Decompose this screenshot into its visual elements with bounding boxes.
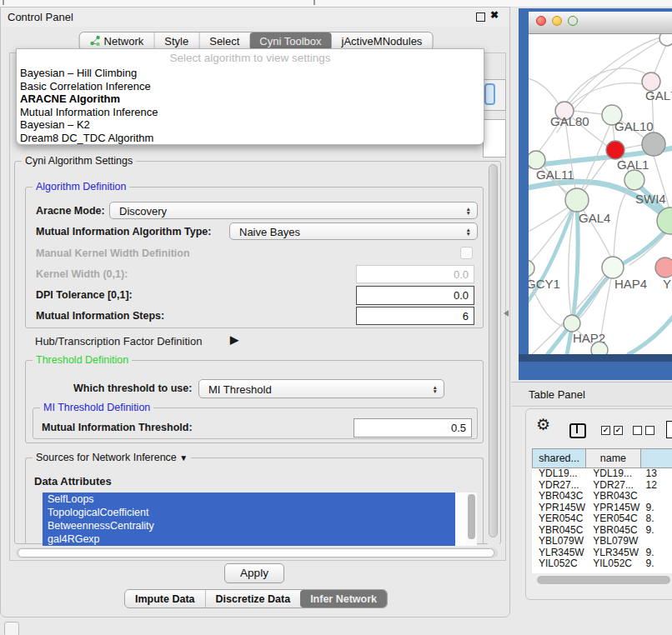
kernel-width-label: Kernel Width (0,1):	[36, 268, 128, 280]
cyni-algorithm-settings-group: Cyni Algorithm Settings Algorithm Defini…	[14, 161, 501, 544]
table-cell: YBL079W	[532, 536, 586, 548]
dropdown-item-bayesian-hill-climbing[interactable]: Bayesian – Hill Climbing	[17, 67, 484, 80]
table-horizontal-scrollbar[interactable]	[534, 575, 672, 585]
table-header-row: shared...name	[532, 448, 672, 468]
scrollbar-thumb[interactable]	[489, 164, 498, 538]
column-header-shared[interactable]: shared...	[532, 448, 586, 468]
attributes-list-scrollbar[interactable]	[466, 492, 477, 546]
apply-button[interactable]: Apply	[224, 563, 284, 583]
bottom-tab-infer-network[interactable]: Infer Network	[300, 590, 387, 608]
deselect-all-checkboxes-icon[interactable]	[633, 426, 654, 435]
network-edge[interactable]	[529, 78, 559, 104]
column-header-clipped[interactable]	[641, 448, 672, 468]
float-window-button[interactable]	[476, 12, 485, 22]
network-node-GAL1[interactable]	[606, 141, 624, 159]
dropdown-item-basic-correlation-inference[interactable]: Basic Correlation Inference	[17, 80, 484, 93]
network-node-SWI4[interactable]	[624, 170, 644, 190]
table-row[interactable]: YIL052CYIL052C9.	[532, 558, 672, 570]
network-node-node-bottom[interactable]	[591, 342, 608, 354]
close-panel-button[interactable]: ✖	[490, 9, 499, 21]
control-panel-titlebar: Control Panel ✖	[1, 8, 509, 27]
tab-style[interactable]: Style	[153, 32, 198, 50]
bottom-tab-impute-data[interactable]: Impute Data	[125, 590, 205, 608]
dropdown-item-mutual-information-inference[interactable]: Mutual Information Inference	[17, 106, 484, 119]
network-edge[interactable]	[572, 83, 644, 104]
file-icon[interactable]	[666, 421, 672, 438]
dpi-tolerance-label: DPI Tolerance [0,1]:	[36, 289, 133, 301]
table-cell: 9.	[641, 525, 672, 537]
table-row[interactable]: YDL19...YDL19...13	[532, 468, 672, 480]
tab-jactivemnodules[interactable]: jActiveMNodules	[332, 32, 433, 50]
mi-steps-field[interactable]: 6	[356, 307, 474, 325]
network-edge[interactable]	[654, 45, 666, 72]
tab-label: Infer Network	[310, 593, 377, 605]
attribute-item-topologicalcoefficient[interactable]: TopologicalCoefficient	[43, 506, 455, 519]
mi-threshold-field[interactable]: 0.5	[354, 418, 472, 438]
network-edge[interactable]	[614, 189, 629, 258]
splitpane-collapse-arrow[interactable]	[504, 310, 509, 317]
settings-vertical-scrollbar[interactable]	[488, 162, 499, 544]
mac-close-button[interactable]	[536, 16, 546, 26]
network-edge[interactable]	[569, 212, 574, 315]
expand-arrow-icon[interactable]: ▶	[230, 333, 238, 346]
network-edge[interactable]	[629, 316, 672, 354]
mi-threshold-definition-group: MI Threshold Definition Mutual Informati…	[33, 408, 478, 439]
table-row[interactable]: YPR145WYPR145W9.	[532, 502, 672, 514]
scrollbar-thumb[interactable]	[18, 548, 494, 558]
tab-cyni-toolbox[interactable]: Cyni Toolbox	[249, 32, 331, 50]
split-columns-icon[interactable]	[569, 423, 586, 438]
dpi-tolerance-field[interactable]: 0.0	[356, 286, 474, 305]
scrollbar-thumb[interactable]	[468, 494, 475, 539]
network-node-node-top[interactable]	[659, 34, 672, 46]
dropdown-item-bayesian-k2[interactable]: Bayesian – K2	[17, 118, 484, 132]
gear-icon[interactable]: ⚙	[536, 415, 550, 434]
table-row[interactable]: YDR27...YDR27...12	[532, 480, 672, 492]
attribute-item-betweennesscentrality[interactable]: BetweennessCentrality	[43, 519, 455, 532]
sources-group: Sources for Network Inference ▼ Data Att…	[25, 458, 484, 544]
table-row[interactable]: YLR345WYLR345W9.	[532, 548, 672, 559]
attribute-item-gal4rgexp[interactable]: gal4RGexp	[43, 532, 455, 546]
control-panel-window: Control Panel ✖ NetworkStyleSelectCyni T…	[0, 7, 510, 618]
tab-network[interactable]: Network	[80, 32, 154, 50]
tab-label: Discretize Data	[216, 593, 291, 605]
network-node-HAP2[interactable]	[564, 315, 580, 332]
data-attributes-list[interactable]: SelfLoopsTopologicalCoefficientBetweenne…	[43, 492, 466, 546]
network-node-GCY1[interactable]	[529, 260, 534, 277]
dropdown-item-aracne-algorithm[interactable]: ARACNE Algorithm	[17, 92, 484, 106]
table-cell: YBR043C	[586, 491, 640, 502]
attribute-item-selfloops[interactable]: SelfLoops	[43, 492, 455, 506]
network-edge[interactable]	[624, 145, 642, 148]
tab-label: Impute Data	[135, 593, 195, 605]
network-node-node-salmon[interactable]	[655, 258, 672, 278]
mi-algorithm-type-combobox[interactable]: Naive Bayes ▲▼	[229, 222, 478, 240]
network-window-titlebar	[529, 12, 672, 34]
table-row[interactable]: YBL079WYBL079W	[532, 536, 672, 548]
table-row[interactable]: YBR045CYBR045C9.	[532, 525, 672, 537]
mac-zoom-button[interactable]	[568, 16, 578, 26]
panel-title: Control Panel	[8, 11, 73, 23]
select-all-checkboxes-icon[interactable]: ✓ ✓	[601, 426, 623, 435]
column-header-name[interactable]: name	[586, 448, 640, 468]
mac-minimize-button[interactable]	[552, 16, 562, 26]
dropdown-item-dream8-dc-tdc-algorithm[interactable]: Dream8 DC_TDC Algorithm	[17, 132, 484, 145]
network-canvas[interactable]: GAL7GAL80GAL10GAL1SWI4GAL11GAL4GCY1HAP4Y…	[529, 34, 672, 354]
network-node-GAL4[interactable]	[565, 188, 589, 212]
table-row[interactable]: YBR043CYBR043C	[532, 491, 672, 502]
network-node-node-gray[interactable]	[642, 132, 665, 156]
aracne-mode-combobox[interactable]: Discovery ▲▼	[109, 202, 478, 219]
combobox-arrows-icon: ▲▼	[433, 385, 438, 393]
which-threshold-combobox[interactable]: MI Threshold ▲▼	[198, 379, 444, 398]
network-node-label: GAL11	[536, 168, 574, 182]
network-node-GAL11[interactable]	[529, 151, 545, 169]
network-node-HAP4[interactable]	[602, 257, 624, 278]
scrollbar-thumb[interactable]	[537, 576, 670, 584]
mi-algorithm-type-value: Naive Bayes	[239, 226, 300, 238]
collapsed-panel-icon[interactable]	[4, 622, 19, 635]
table-cell: YBR043C	[532, 491, 586, 502]
tab-select[interactable]: Select	[198, 32, 249, 50]
bottom-tab-discretize-data[interactable]: Discretize Data	[205, 590, 301, 608]
settings-horizontal-scrollbar[interactable]	[16, 548, 498, 558]
collapse-arrow-icon[interactable]: ▼	[179, 453, 188, 462]
table-row[interactable]: YER054CYER054C8.	[532, 513, 672, 525]
top-strip-tick	[313, 0, 315, 5]
